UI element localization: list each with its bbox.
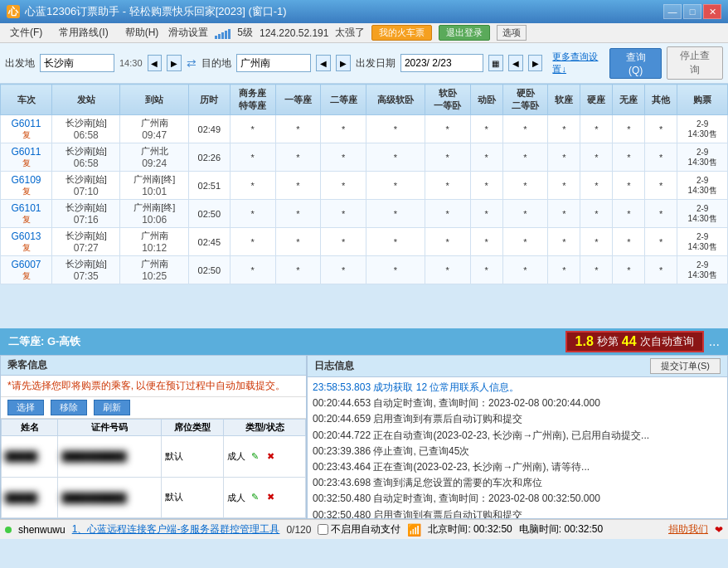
- pass-col-name: 姓名: [2, 420, 58, 436]
- train-link[interactable]: G6011: [12, 118, 41, 129]
- train-link[interactable]: G6109: [12, 174, 41, 186]
- cell-seat-1: *: [275, 143, 321, 172]
- cell-seat-4: *: [425, 228, 470, 256]
- my-tickets-button[interactable]: 我的火车票: [371, 25, 432, 41]
- passenger-row: █████ ██████████ 默认 成人 ✎ ✖: [2, 436, 306, 478]
- title-bar-left: 心 心蓝12306订票助手 - 轻松购票快乐回家[2023] (窗口-1): [7, 4, 287, 19]
- col-header-no-seat: 无座: [613, 85, 645, 115]
- delete-icon[interactable]: ✖: [264, 449, 277, 463]
- maximize-button[interactable]: □: [683, 4, 701, 19]
- train-tag: 复: [22, 271, 31, 280]
- cell-seat-0: *: [230, 143, 275, 172]
- cell-seat-7: *: [548, 228, 580, 256]
- edit-icon[interactable]: ✎: [248, 491, 261, 504]
- slider-label: 滑动设置: [168, 26, 208, 40]
- destination-right-arrow[interactable]: ▶: [336, 55, 351, 71]
- cell-seat-9: *: [613, 228, 645, 256]
- menu-help[interactable]: 帮助(H): [119, 24, 166, 41]
- pass-seat: 默认: [161, 477, 224, 518]
- cell-from: 长沙南[始]07:10: [52, 172, 120, 200]
- autopay-toggle[interactable]: 不启用自动支付: [318, 522, 400, 536]
- cell-seat-0: *: [230, 115, 275, 143]
- train-table-container: 车次 发站 到站 历时 商务座特等座 一等座 二等座 高级软卧 软卧一等卧 动卧…: [0, 84, 728, 328]
- menu-routes[interactable]: 常用路线(I): [52, 24, 114, 41]
- calendar-icon[interactable]: ▦: [488, 55, 503, 71]
- departure-left-arrow[interactable]: ◀: [148, 55, 163, 71]
- more-settings-link[interactable]: 更多查询设置↓: [552, 51, 604, 75]
- col-header-hard-seat: 硬座: [580, 85, 613, 115]
- cell-seat-6: *: [502, 200, 548, 228]
- cell-ticket-info: 2-914:30售: [677, 256, 728, 284]
- connection-link[interactable]: 1、心蓝远程连接客户端-多服务器群控管理工具: [72, 522, 280, 536]
- cell-seat-7: *: [548, 115, 580, 143]
- search-bar: 出发地 14:30 ◀ ▶ ⇄ 目的地 ◀ ▶ 出发日期 ▦ ◀ ▶ 更多查询设…: [0, 43, 728, 84]
- beijing-time: 北京时间: 00:32:50: [428, 522, 512, 536]
- timer-text2: 次自动查询: [640, 334, 694, 349]
- train-link[interactable]: G6011: [12, 146, 41, 158]
- close-button[interactable]: ✕: [703, 4, 721, 19]
- menu-file[interactable]: 文件(F): [3, 24, 49, 41]
- cell-seat-3: *: [366, 200, 425, 228]
- date-left-arrow[interactable]: ◀: [508, 55, 523, 71]
- cell-seat-0: *: [230, 200, 275, 228]
- window-title: 心蓝12306订票助手 - 轻松购票快乐回家[2023] (窗口-1): [25, 4, 287, 19]
- refresh-passenger-button[interactable]: 刷新: [94, 400, 130, 415]
- cell-seat-7: *: [548, 143, 580, 172]
- progress-count: 0/120: [286, 524, 311, 536]
- table-row: G6011 复 长沙南[始]06:58 广州北09:24 02:26 *****…: [1, 143, 728, 172]
- cell-seat-7: *: [548, 172, 580, 200]
- cell-train: G6101 复: [1, 200, 52, 228]
- swap-icon[interactable]: ⇄: [187, 56, 197, 70]
- cell-seat-9: *: [613, 143, 645, 172]
- cell-ticket-info: 2-914:30售: [677, 143, 728, 172]
- cell-seat-9: *: [613, 256, 645, 284]
- passenger-panel: 乘客信息 *请先选择您即将购票的乘客, 以便在预订过程中自动加载提交。 选择 移…: [0, 355, 307, 519]
- cell-seat-0: *: [230, 256, 275, 284]
- autopay-label: 不启用自动支付: [331, 522, 400, 536]
- timer-area: 1.8 秒第 44 次自动查询 ...: [565, 331, 720, 352]
- more-button[interactable]: ...: [709, 334, 720, 349]
- passenger-actions: 选择 移除 刷新: [1, 397, 306, 419]
- select-passenger-button[interactable]: 选择: [7, 400, 44, 415]
- minimize-button[interactable]: —: [663, 4, 682, 19]
- date-right-arrow[interactable]: ▶: [528, 55, 543, 71]
- cell-seat-2: *: [321, 143, 366, 172]
- train-link[interactable]: G6101: [12, 202, 41, 214]
- help-link[interactable]: 捐助我们: [668, 522, 708, 536]
- logout-button[interactable]: 退出登录: [439, 25, 490, 41]
- cell-seat-0: *: [230, 172, 275, 200]
- cell-seat-8: *: [580, 115, 613, 143]
- train-link[interactable]: G6013: [12, 231, 41, 242]
- date-input[interactable]: [400, 54, 483, 72]
- log-line: 00:23:39.386 停止查询, 已查询45次: [313, 444, 722, 459]
- train-link[interactable]: G6007: [12, 259, 41, 270]
- departure-right-arrow[interactable]: ▶: [167, 55, 182, 71]
- col-header-hard-berth: 硬卧二等卧: [502, 85, 548, 115]
- cell-seat-4: *: [425, 143, 470, 172]
- cell-seat-9: *: [613, 200, 645, 228]
- autopay-checkbox[interactable]: [318, 524, 328, 535]
- departure-input[interactable]: [40, 54, 114, 72]
- edit-icon[interactable]: ✎: [248, 449, 261, 463]
- stop-button[interactable]: 停止查询: [667, 46, 723, 80]
- delete-icon[interactable]: ✖: [264, 491, 277, 504]
- cell-seat-9: *: [613, 115, 645, 143]
- cell-seat-3: *: [366, 115, 425, 143]
- cell-seat-10: *: [645, 200, 677, 228]
- pass-type: 成人 ✎ ✖: [224, 477, 306, 518]
- departure-label: 出发地: [5, 56, 35, 70]
- date-label: 出发日期: [356, 56, 396, 70]
- cell-seat-5: *: [470, 143, 502, 172]
- cell-seat-3: *: [366, 172, 425, 200]
- pass-name: █████: [2, 477, 58, 518]
- query-button[interactable]: 查询(Q): [609, 48, 661, 79]
- destination-input[interactable]: [236, 54, 311, 72]
- cell-ticket-info: 2-914:30售: [677, 228, 728, 256]
- submit-order-button[interactable]: 提交订单(S): [650, 358, 721, 374]
- options-button[interactable]: 选项: [497, 25, 527, 41]
- signal-bars: [215, 27, 231, 39]
- table-row: G6011 复 长沙南[始]06:58 广州南09:47 02:49 *****…: [1, 115, 728, 143]
- remove-passenger-button[interactable]: 移除: [51, 400, 87, 415]
- pass-name: █████: [2, 436, 58, 478]
- destination-left-arrow[interactable]: ◀: [316, 55, 331, 71]
